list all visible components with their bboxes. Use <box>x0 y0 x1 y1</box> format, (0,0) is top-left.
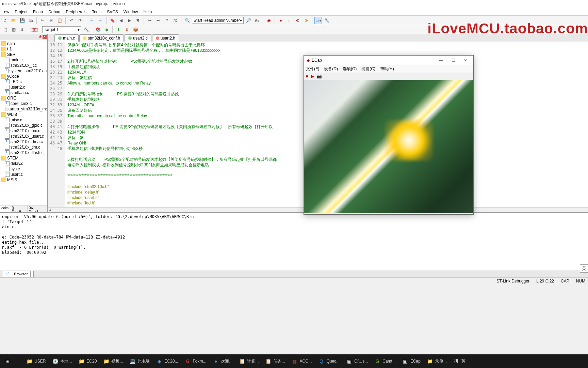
tree-item[interactable]: usart.c <box>0 172 47 177</box>
tree-item[interactable]: ORE <box>0 95 47 101</box>
menu-debug[interactable]: Debug <box>46 10 63 14</box>
pack-icon[interactable]: 📦 <box>132 26 139 33</box>
taskbar-item[interactable]: 📋任务... <box>262 355 288 367</box>
window-icon[interactable]: ▭▾ <box>314 17 322 24</box>
taskbar-item[interactable]: 💻此电脑 <box>126 355 152 367</box>
tree-item[interactable]: WLIB <box>0 112 47 117</box>
panel-close-icon[interactable]: ✕ <box>43 35 47 39</box>
save-icon[interactable]: 💾 <box>18 17 26 24</box>
bookmark-prev-icon[interactable]: ◀ <box>117 17 125 24</box>
tree-item[interactable]: MSIS <box>0 177 47 183</box>
find-combo[interactable]: Start Read adminNumber▾ <box>192 17 244 24</box>
find-in-files-icon[interactable]: 🔎 <box>245 17 252 24</box>
ecap-stop-icon[interactable]: ■ <box>306 74 308 79</box>
ecap-menu-item[interactable]: 文件(F) <box>306 66 319 72</box>
tree-item[interactable]: sys.c <box>0 166 47 172</box>
ecap-play-icon[interactable]: ▶ <box>311 74 314 79</box>
panel-tab[interactable]: {} Functi... <box>10 205 28 212</box>
menu-window[interactable]: Window <box>121 10 141 14</box>
copy-icon[interactable]: ⎘ <box>47 17 55 24</box>
ecap-menu-item[interactable]: 帮助(H) <box>380 66 394 72</box>
tree-item[interactable]: t 1 <box>0 46 47 52</box>
tree-item[interactable]: core_cm3.c <box>0 101 47 106</box>
menu-project[interactable]: Project <box>12 10 30 14</box>
batch-build-icon[interactable]: ⬚⬚ <box>30 26 38 33</box>
target-combo[interactable]: Target 1▾ <box>42 26 81 33</box>
menu-svcs[interactable]: SVCS <box>104 10 121 14</box>
editor-tab[interactable]: stm32f10x_conf.h <box>79 34 124 42</box>
tree-item[interactable]: stm32f10x_usart.c <box>0 134 47 139</box>
nav-fwd-icon[interactable]: → <box>97 17 104 24</box>
outdent-icon[interactable]: ⇤ <box>154 17 162 24</box>
manage-icon[interactable]: 📚 <box>94 26 102 33</box>
taskbar-item[interactable]: ⊞ <box>1 355 22 367</box>
taskbar-item[interactable]: ▣C:\Us... <box>343 355 371 367</box>
undo-icon[interactable]: ↶ <box>68 17 75 24</box>
editor-tab[interactable]: usart2.h <box>152 34 179 42</box>
tree-item[interactable]: stm32f10x_gpio.c <box>0 123 47 128</box>
cut-icon[interactable]: ✂ <box>39 17 46 24</box>
tree-item[interactable]: stm32f10x_rcc.c <box>0 128 47 134</box>
ecap-snapshot-icon[interactable]: 📷 <box>317 74 322 79</box>
tree-item[interactable]: STEM <box>0 155 47 161</box>
taskbar-item[interactable]: ▦XCO... <box>289 355 315 367</box>
taskbar-item[interactable]: GFoxm... <box>181 355 209 367</box>
menu-ew[interactable]: ew <box>1 10 12 14</box>
taskbar-item[interactable]: 📁USER <box>23 355 48 367</box>
scroll-left-icon[interactable]: ◂ <box>48 208 52 212</box>
translate-icon[interactable]: ⬚ <box>1 26 9 33</box>
uncomment-icon[interactable]: /x <box>172 17 179 24</box>
ecap-menu-item[interactable]: 选项(O) <box>343 66 357 72</box>
erase-icon[interactable]: ⬇ <box>123 26 131 33</box>
indent-icon[interactable]: ⇥ <box>146 17 153 24</box>
build-output[interactable]: ompiler 'V5.06 update 6 (build 750)', fo… <box>0 212 588 271</box>
redo-icon[interactable]: ↷ <box>76 17 84 24</box>
tree-item[interactable]: stmflash.c <box>0 90 47 95</box>
menu-peripherals[interactable]: Peripherals <box>63 10 89 14</box>
tree-item[interactable]: SER <box>0 52 47 57</box>
maximize-icon[interactable]: ☐ <box>448 58 458 63</box>
bookmark-clear-icon[interactable]: ✖ <box>134 17 142 24</box>
taskbar-item[interactable]: 📋计算... <box>236 355 261 367</box>
bp-kill-all-icon[interactable]: ⊗ <box>303 17 310 24</box>
ecap-titlebar[interactable]: ◆ ECap — ☐ ✕ <box>304 56 473 65</box>
nav-back-icon[interactable]: ← <box>88 17 96 24</box>
taskbar-item[interactable]: 📁视频... <box>100 355 126 367</box>
editor-tab[interactable]: usart2.c <box>125 34 151 42</box>
ime-indicator[interactable]: 英 <box>580 264 588 273</box>
manage-rte-icon[interactable]: ◆ <box>103 26 110 33</box>
options-icon[interactable]: 🔨 <box>82 26 90 33</box>
incremental-find-icon[interactable]: 🗛 <box>253 17 261 24</box>
taskbar-item[interactable]: 💽本地... <box>49 355 75 367</box>
taskbar-item[interactable]: ◆EC20... <box>153 355 181 367</box>
tree-item[interactable]: delay.c <box>0 161 47 166</box>
editor-tab[interactable]: main.c <box>54 34 79 42</box>
bookmark-icon[interactable]: 🔖 <box>109 17 116 24</box>
find-icon[interactable]: 🔍 <box>183 17 191 24</box>
tree-item[interactable]: misc.c <box>0 117 47 123</box>
tree-item[interactable]: system_stm32f10x.c <box>0 68 47 74</box>
project-tree[interactable]: naint 1SERmain.cstm32f10x_it.csystem_stm… <box>0 40 47 204</box>
ecap-menu-item[interactable]: 设备(D) <box>324 66 338 72</box>
tree-item[interactable]: nain <box>0 41 47 46</box>
taskbar-item[interactable]: QQuec... <box>315 355 343 367</box>
close-icon[interactable]: ✕ <box>460 58 471 63</box>
taskbar-item[interactable]: 📁录像... <box>424 355 450 367</box>
comment-icon[interactable]: // <box>163 17 170 24</box>
download-icon[interactable]: ⬇ <box>115 26 122 33</box>
tree-item[interactable]: stm32f10x_tim.c <box>0 144 47 150</box>
ecap-window[interactable]: ◆ ECap — ☐ ✕ 文件(F)设备(D)选项(O)捕捉(C)帮助(H) ■… <box>304 55 474 215</box>
rebuild-icon[interactable]: ⬇ <box>18 26 26 33</box>
taskbar-item[interactable]: ▣ECap <box>399 355 423 367</box>
open-icon[interactable]: 📂 <box>10 17 17 24</box>
tree-item[interactable]: stm32f10x_flash.c <box>0 150 47 155</box>
panel-tab[interactable]: ooks <box>0 205 10 212</box>
taskbar-item[interactable]: 拼英 <box>450 355 471 367</box>
tree-item[interactable]: stm32f10x_dma.c <box>0 139 47 144</box>
minimize-icon[interactable]: — <box>436 58 446 63</box>
tree-item[interactable]: startup_stm32f10x_md.s <box>0 106 47 112</box>
breakpoint-icon[interactable]: ● <box>277 17 284 24</box>
paste-icon[interactable]: 📋 <box>56 17 63 24</box>
panel-pin-icon[interactable]: 📌 <box>38 35 42 39</box>
bookmark-next-icon[interactable]: ▶ <box>126 17 133 24</box>
